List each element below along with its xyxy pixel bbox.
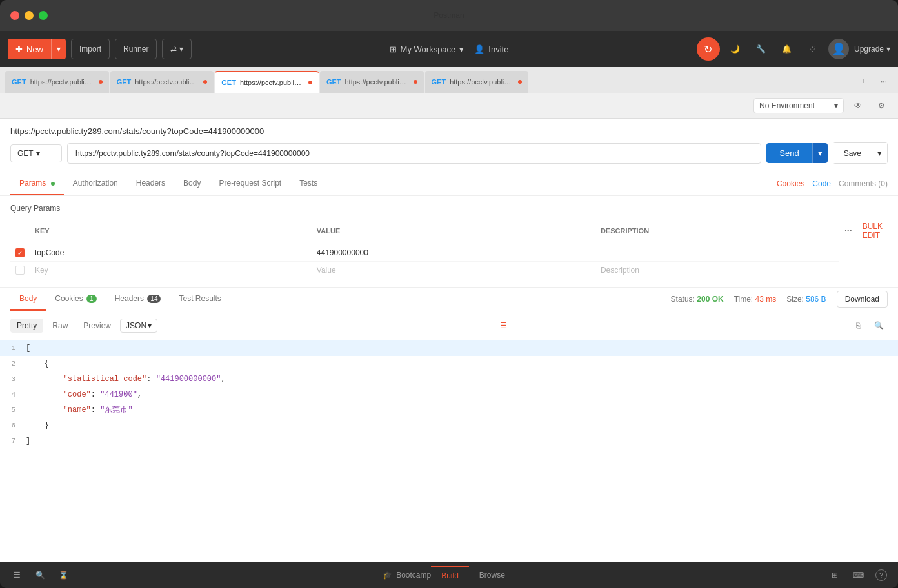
save-button[interactable]: Save: [833, 142, 872, 164]
bootcamp-label: Bootcamp: [396, 571, 431, 580]
code-link[interactable]: Code: [812, 179, 831, 188]
format-arrow-icon: ▾: [148, 321, 152, 330]
download-button[interactable]: Download: [837, 291, 888, 308]
traffic-lights: [10, 11, 48, 20]
runner-button[interactable]: Runner: [115, 39, 157, 59]
keyboard-icon-button[interactable]: ⌨: [849, 566, 867, 584]
eye-icon-button[interactable]: 👁: [849, 97, 867, 115]
more-options-button[interactable]: ···: [844, 226, 852, 236]
build-nav-button[interactable]: Build: [431, 566, 469, 584]
maximize-button[interactable]: [39, 11, 48, 20]
workspace-label: My Workspace: [401, 44, 456, 54]
tab-pre-request[interactable]: Pre-request Script: [210, 172, 290, 195]
code-line-7: 7 ]: [0, 433, 898, 449]
new-button[interactable]: ✚ New ▾: [8, 39, 66, 59]
row1-desc-cell[interactable]: [595, 244, 839, 262]
help-button[interactable]: ?: [872, 566, 890, 584]
resp-tab-cookies[interactable]: Cookies 1: [46, 288, 105, 311]
tab-1[interactable]: GET https://pcctv.public.ty28...: [5, 71, 109, 93]
search-icon-button[interactable]: 🔍: [870, 317, 888, 335]
new-button-arrow[interactable]: ▾: [51, 39, 66, 59]
tab-body[interactable]: Body: [174, 172, 210, 195]
code-line-5: 5 "name": "东莞市": [0, 402, 898, 418]
invite-icon: 👤: [474, 44, 484, 54]
tab-method-4: GET: [326, 78, 341, 86]
browse-nav-button[interactable]: Browse: [469, 567, 515, 583]
row2-value-cell[interactable]: Value: [312, 262, 595, 279]
bottom-left: ☰ 🔍 ⌛: [8, 566, 72, 584]
row2-checkbox[interactable]: [15, 266, 25, 275]
size-label: Size: 586 B: [786, 295, 826, 304]
cookies-link[interactable]: Cookies: [777, 179, 804, 188]
resp-cookies-label: Cookies: [55, 294, 83, 303]
new-button-main[interactable]: ✚ New: [8, 44, 51, 54]
tab-3[interactable]: GET https://pcctv.public.ty28...: [215, 71, 319, 93]
tab-tests[interactable]: Tests: [290, 172, 326, 195]
line-content-4: "code": "441900",: [26, 388, 898, 401]
send-arrow-button[interactable]: ▾: [812, 143, 828, 163]
wrap-icon-button[interactable]: ☰: [494, 317, 512, 335]
row2-key-cell[interactable]: Key: [30, 262, 312, 279]
params-dot: [51, 182, 55, 186]
new-tab-button[interactable]: +: [854, 72, 872, 90]
relay-button[interactable]: ⇄ ▾: [162, 39, 191, 59]
comments-link[interactable]: Comments (0): [839, 179, 888, 188]
row1-checkbox[interactable]: ✓: [15, 248, 25, 257]
minimize-button[interactable]: [25, 11, 34, 20]
tab-2[interactable]: GET https://pcctv.public.ty28...: [110, 71, 214, 93]
invite-button[interactable]: 👤 Invite: [474, 44, 508, 54]
tab-headers[interactable]: Headers: [127, 172, 174, 195]
code-line-4: 4 "code": "441900",: [0, 387, 898, 402]
bootcamp-button[interactable]: 🎓 Bootcamp: [383, 571, 431, 580]
resp-tab-headers[interactable]: Headers 14: [106, 288, 170, 311]
resp-preview-tab[interactable]: Preview: [77, 318, 117, 333]
tab-params[interactable]: Params: [10, 172, 64, 195]
row2-desc-cell[interactable]: Description: [595, 262, 839, 279]
status-label: Status: 200 OK: [671, 295, 724, 304]
row1-key-cell[interactable]: topCode: [30, 244, 312, 262]
workspace-center: ⊞ My Workspace ▾ 👤 Invite: [390, 44, 509, 54]
layout-icon-button[interactable]: ⊞: [826, 566, 844, 584]
raw-label: Raw: [52, 321, 68, 330]
moon-icon-button[interactable]: 🌙: [725, 39, 746, 59]
format-select[interactable]: JSON ▾: [120, 318, 157, 333]
import-button[interactable]: Import: [71, 39, 110, 59]
environment-select[interactable]: No Environment ▾: [753, 98, 844, 113]
tab-4[interactable]: GET https://pcctv.public.ty28...: [320, 71, 424, 93]
resp-test-results-label: Test Results: [179, 294, 221, 303]
send-button[interactable]: Send: [766, 143, 812, 163]
sync-button[interactable]: ↻: [697, 37, 720, 61]
method-label: GET: [17, 149, 34, 158]
history-button[interactable]: ⌛: [54, 566, 72, 584]
method-select[interactable]: GET ▾: [10, 144, 62, 162]
search-bottom-button[interactable]: 🔍: [31, 566, 49, 584]
resp-tab-test-results[interactable]: Test Results: [170, 288, 230, 311]
line-num-3: 3: [0, 373, 26, 386]
settings-icon-button[interactable]: ⚙: [872, 97, 890, 115]
workspace-button[interactable]: ⊞ My Workspace ▾: [390, 44, 464, 54]
preview-label: Preview: [83, 321, 111, 330]
bell-icon-button[interactable]: 🔔: [777, 39, 797, 59]
tab-dot-4: [414, 80, 417, 84]
row1-value-cell[interactable]: 441900000000: [312, 244, 595, 262]
resp-pretty-tab[interactable]: Pretty: [10, 318, 43, 333]
resp-tab-body[interactable]: Body: [10, 288, 46, 311]
heart-icon-button[interactable]: ♡: [803, 39, 823, 59]
more-tabs-button[interactable]: ···: [875, 72, 893, 90]
table-row: Key Value Description: [10, 262, 888, 279]
resp-raw-tab[interactable]: Raw: [46, 318, 74, 333]
copy-icon-button[interactable]: ⎘: [849, 317, 867, 335]
url-input[interactable]: [67, 143, 761, 164]
tab-dot-1: [99, 80, 103, 84]
avatar[interactable]: 👤: [828, 39, 849, 59]
close-button[interactable]: [10, 11, 19, 20]
tab-method-2: GET: [117, 78, 132, 86]
code-line-1: 1 [: [0, 340, 898, 356]
upgrade-button[interactable]: Upgrade ▾: [854, 44, 890, 54]
sidebar-toggle-button[interactable]: ☰: [8, 566, 26, 584]
bulk-edit-button[interactable]: Bulk Edit: [863, 222, 883, 240]
wrench-icon-button[interactable]: 🔧: [751, 39, 772, 59]
tab-authorization[interactable]: Authorization: [64, 172, 127, 195]
save-arrow-button[interactable]: ▾: [872, 142, 888, 164]
tab-5[interactable]: GET https://pcctv.public.ty28...: [425, 71, 529, 93]
